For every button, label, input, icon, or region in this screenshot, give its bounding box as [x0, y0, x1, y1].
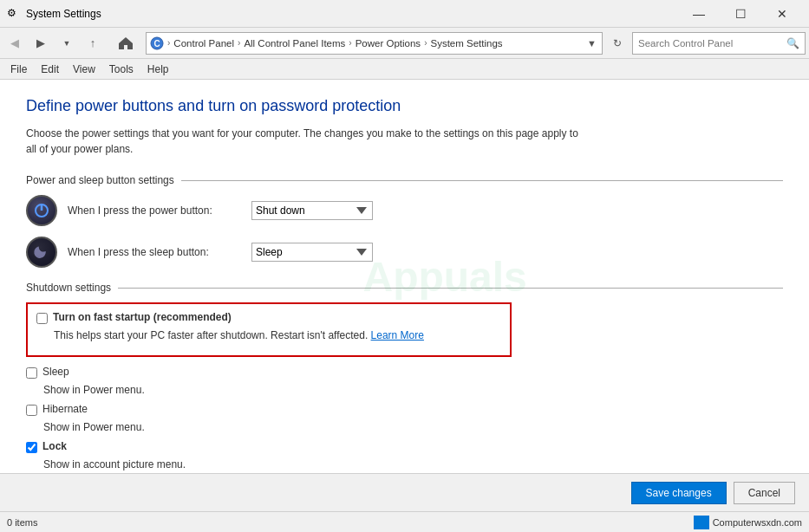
lock-checkbox[interactable]: [26, 442, 37, 453]
page-description: Choose the power settings that you want …: [26, 126, 581, 157]
fast-startup-label-bold: Turn on fast startup (recommended): [53, 311, 232, 323]
sleep-label: Sleep: [42, 366, 69, 378]
power-button-row-1: When I press the power button: Shut down…: [26, 195, 783, 226]
menu-view[interactable]: View: [66, 60, 102, 79]
cancel-button[interactable]: Cancel: [734, 482, 795, 504]
address-bar-icon: C: [150, 36, 164, 50]
hibernate-description: Show in Power menu.: [43, 421, 783, 433]
save-changes-button[interactable]: Save changes: [631, 482, 727, 504]
fast-startup-desc-text: This helps start your PC faster after sh…: [54, 329, 371, 341]
address-control-panel[interactable]: Control Panel: [173, 38, 234, 49]
bottom-bar: Save changes Cancel: [0, 473, 809, 511]
menu-help[interactable]: Help: [140, 60, 176, 79]
address-bar: C › Control Panel › All Control Panel It…: [146, 32, 603, 55]
power-button-section-header: Power and sleep button settings: [26, 174, 783, 186]
sleep-button-icon: [26, 237, 57, 268]
sleep-row: Sleep: [26, 366, 783, 379]
menu-tools[interactable]: Tools: [102, 60, 140, 79]
minimize-button[interactable]: —: [679, 0, 719, 28]
forward-button[interactable]: ▶: [29, 32, 52, 55]
window-icon: ⚙: [7, 7, 21, 21]
fast-startup-description: This helps start your PC faster after sh…: [54, 329, 501, 341]
status-bar: 0 items Computerwsxdn.com: [0, 511, 809, 532]
brand-label: Computerwsxdn.com: [713, 517, 802, 528]
refresh-button[interactable]: ↻: [606, 32, 629, 55]
sleep-button-label: When I press the sleep button:: [68, 246, 241, 258]
fast-startup-highlight-box: Turn on fast startup (recommended) This …: [26, 302, 512, 357]
window-controls: — ☐ ✕: [679, 0, 802, 28]
lock-row: Lock: [26, 440, 783, 453]
menu-bar: File Edit View Tools Help: [0, 59, 809, 80]
svg-text:C: C: [153, 39, 160, 49]
address-sep-4: ›: [424, 38, 427, 48]
up-button[interactable]: ↑: [82, 32, 104, 55]
address-sep-1: ›: [167, 38, 170, 48]
search-input[interactable]: [638, 38, 786, 49]
brand-icon: [694, 516, 709, 529]
page-title: Define power buttons and turn on passwor…: [26, 97, 783, 115]
lock-label-bold: Lock: [42, 440, 67, 452]
search-box: 🔍: [632, 32, 806, 55]
nav-bar: ◀ ▶ ▼ ↑ C › Control Panel › All Control …: [0, 28, 809, 59]
hibernate-row: Hibernate: [26, 403, 783, 416]
back-button[interactable]: ◀: [3, 32, 26, 55]
shutdown-section-header: Shutdown settings: [26, 282, 783, 294]
title-bar: ⚙ System Settings — ☐ ✕: [0, 0, 809, 28]
address-dropdown-button[interactable]: ▼: [585, 38, 598, 49]
window-title: System Settings: [26, 8, 679, 20]
power-button-label: When I press the power button:: [68, 204, 241, 217]
menu-file[interactable]: File: [3, 60, 34, 79]
power-button-dropdown[interactable]: Shut down Sleep Hibernate Turn off the d…: [251, 201, 373, 220]
fast-startup-row: Turn on fast startup (recommended): [36, 311, 501, 324]
home-button[interactable]: [114, 32, 137, 55]
recent-locations-button[interactable]: ▼: [55, 32, 78, 55]
status-item-count: 0 items: [7, 517, 37, 528]
power-button-icon: [26, 195, 57, 226]
sleep-description: Show in Power menu.: [43, 384, 783, 396]
hibernate-checkbox[interactable]: [26, 405, 37, 416]
menu-edit[interactable]: Edit: [34, 60, 66, 79]
address-sep-2: ›: [238, 38, 240, 48]
learn-more-link[interactable]: Learn More: [371, 329, 424, 341]
sleep-button-dropdown[interactable]: Sleep Shut down Hibernate Turn off the d…: [251, 243, 373, 262]
address-sep-3: ›: [349, 38, 351, 48]
address-all-items[interactable]: All Control Panel Items: [244, 38, 345, 49]
search-button[interactable]: 🔍: [786, 37, 799, 49]
close-button[interactable]: ✕: [762, 0, 802, 28]
shutdown-section: Shutdown settings Turn on fast startup (…: [26, 282, 783, 470]
sleep-button-row: When I press the sleep button: Sleep Shu…: [26, 237, 783, 268]
maximize-button[interactable]: ☐: [721, 0, 760, 28]
address-system-settings[interactable]: System Settings: [430, 38, 502, 49]
status-right: Computerwsxdn.com: [694, 516, 802, 529]
main-content: Appuals Define power buttons and turn on…: [0, 80, 809, 473]
fast-startup-label: Turn on fast startup (recommended): [53, 311, 232, 323]
lock-description: Show in account picture menu.: [43, 458, 783, 470]
fast-startup-checkbox[interactable]: [36, 313, 48, 324]
sleep-checkbox[interactable]: [26, 367, 37, 379]
lock-label: Lock: [42, 440, 67, 452]
hibernate-label: Hibernate: [42, 403, 88, 415]
address-power-options[interactable]: Power Options: [356, 38, 421, 49]
